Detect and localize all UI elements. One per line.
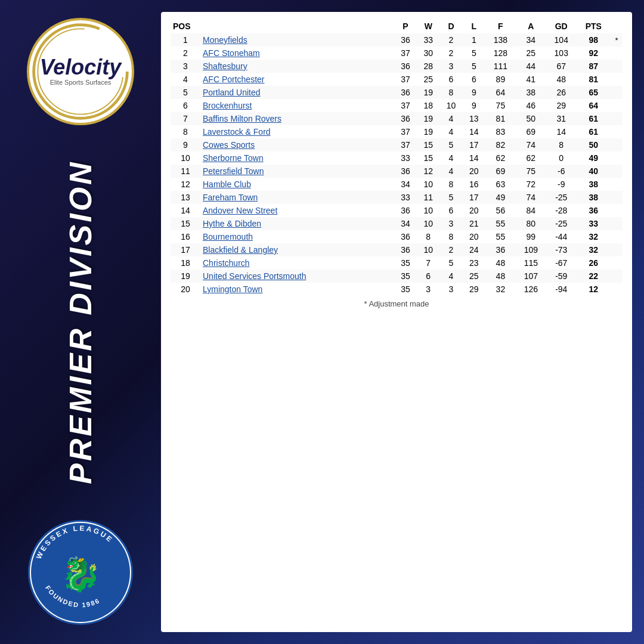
cell-d: 8: [439, 230, 462, 243]
cell-f: 32: [485, 283, 516, 296]
cell-pts: 92: [577, 47, 611, 60]
cell-pos: 11: [171, 165, 200, 178]
cell-team[interactable]: Andover New Street: [200, 204, 394, 217]
cell-team[interactable]: Laverstock & Ford: [200, 125, 394, 138]
cell-gd: 31: [546, 112, 577, 125]
cell-f: 69: [485, 165, 516, 178]
cell-gd: 14: [546, 125, 577, 138]
cell-w: 33: [417, 33, 439, 47]
wessex-badge: WESSEX LEAGUE 🐉 FOUNDED 1986: [27, 519, 134, 626]
cell-a: 38: [516, 86, 546, 99]
cell-pos: 4: [171, 73, 200, 86]
cell-pos: 1: [171, 33, 200, 47]
table-row: 16 Bournemouth 36 8 8 20 55 99 -44 32: [171, 230, 623, 243]
cell-team[interactable]: Hythe & Dibden: [200, 217, 394, 230]
cell-gd: -59: [546, 270, 577, 283]
cell-gd: -6: [546, 165, 577, 178]
cell-pts: 40: [577, 165, 611, 178]
cell-l: 23: [463, 256, 485, 270]
cell-team[interactable]: Hamble Club: [200, 178, 394, 191]
cell-w: 10: [417, 243, 439, 256]
cell-pos: 3: [171, 60, 200, 73]
cell-d: 6: [439, 73, 462, 86]
cell-pts: 65: [577, 86, 611, 99]
cell-team[interactable]: Portland United: [200, 86, 394, 99]
cell-d: 8: [439, 178, 462, 191]
cell-team[interactable]: Cowes Sports: [200, 138, 394, 151]
cell-pos: 18: [171, 256, 200, 270]
cell-p: 37: [394, 99, 417, 112]
cell-gd: 26: [546, 86, 577, 99]
cell-p: 34: [394, 217, 417, 230]
cell-w: 25: [417, 73, 439, 86]
cell-gd: -44: [546, 230, 577, 243]
cell-team[interactable]: AFC Stoneham: [200, 47, 394, 60]
cell-a: 41: [516, 73, 546, 86]
cell-gd: -9: [546, 178, 577, 191]
cell-pts: 61: [577, 112, 611, 125]
cell-gd: 67: [546, 60, 577, 73]
cell-p: 36: [394, 33, 417, 47]
cell-team[interactable]: Shaftesbury: [200, 60, 394, 73]
table-row: 19 United Services Portsmouth 35 6 4 25 …: [171, 270, 623, 283]
cell-pos: 9: [171, 138, 200, 151]
cell-pts: 22: [577, 270, 611, 283]
cell-l: 14: [463, 151, 485, 165]
standings-table: POS P W D L F A GD PTS 1 Moneyfields 36 …: [171, 19, 623, 296]
cell-l: 21: [463, 217, 485, 230]
cell-pos: 16: [171, 230, 200, 243]
cell-team[interactable]: Petersfield Town: [200, 165, 394, 178]
svg-point-1: [38, 29, 123, 114]
cell-team[interactable]: Bournemouth: [200, 230, 394, 243]
cell-w: 15: [417, 138, 439, 151]
cell-p: 36: [394, 165, 417, 178]
cell-w: 30: [417, 47, 439, 60]
cell-f: 63: [485, 178, 516, 191]
cell-note: [611, 230, 623, 243]
cell-pts: 36: [577, 204, 611, 217]
header-team: [200, 19, 394, 33]
table-row: 10 Sherborne Town 33 15 4 14 62 62 0 49: [171, 151, 623, 165]
cell-team[interactable]: Blackfield & Langley: [200, 243, 394, 256]
cell-p: 35: [394, 256, 417, 270]
cell-team[interactable]: AFC Portchester: [200, 73, 394, 86]
cell-team[interactable]: Baffins Milton Rovers: [200, 112, 394, 125]
cell-a: 74: [516, 191, 546, 204]
cell-l: 20: [463, 165, 485, 178]
premier-division-label: PREMIER DIVISION: [63, 125, 98, 519]
cell-f: 83: [485, 125, 516, 138]
cell-w: 3: [417, 283, 439, 296]
table-row: 15 Hythe & Dibden 34 10 3 21 55 80 -25 3…: [171, 217, 623, 230]
cell-d: 3: [439, 60, 462, 73]
table-row: 14 Andover New Street 36 10 6 20 56 84 -…: [171, 204, 623, 217]
cell-f: 138: [485, 33, 516, 47]
cell-f: 75: [485, 99, 516, 112]
cell-team[interactable]: Brockenhurst: [200, 99, 394, 112]
cell-w: 10: [417, 217, 439, 230]
cell-l: 17: [463, 191, 485, 204]
table-row: 20 Lymington Town 35 3 3 29 32 126 -94 1…: [171, 283, 623, 296]
cell-note: [611, 191, 623, 204]
cell-a: 34: [516, 33, 546, 47]
cell-gd: 8: [546, 138, 577, 151]
cell-w: 11: [417, 191, 439, 204]
cell-gd: 104: [546, 33, 577, 47]
cell-team[interactable]: Lymington Town: [200, 283, 394, 296]
cell-team[interactable]: Fareham Town: [200, 191, 394, 204]
cell-f: 81: [485, 112, 516, 125]
cell-team[interactable]: Moneyfields: [200, 33, 394, 47]
cell-d: 5: [439, 191, 462, 204]
cell-note: [611, 243, 623, 256]
cell-f: 36: [485, 243, 516, 256]
cell-pos: 8: [171, 125, 200, 138]
cell-team[interactable]: Sherborne Town: [200, 151, 394, 165]
cell-d: 4: [439, 112, 462, 125]
cell-p: 37: [394, 73, 417, 86]
cell-p: 37: [394, 138, 417, 151]
table-row: 2 AFC Stoneham 37 30 2 5 128 25 103 92: [171, 47, 623, 60]
cell-pts: 32: [577, 230, 611, 243]
cell-team[interactable]: Christchurch: [200, 256, 394, 270]
cell-d: 4: [439, 151, 462, 165]
cell-d: 10: [439, 99, 462, 112]
cell-team[interactable]: United Services Portsmouth: [200, 270, 394, 283]
